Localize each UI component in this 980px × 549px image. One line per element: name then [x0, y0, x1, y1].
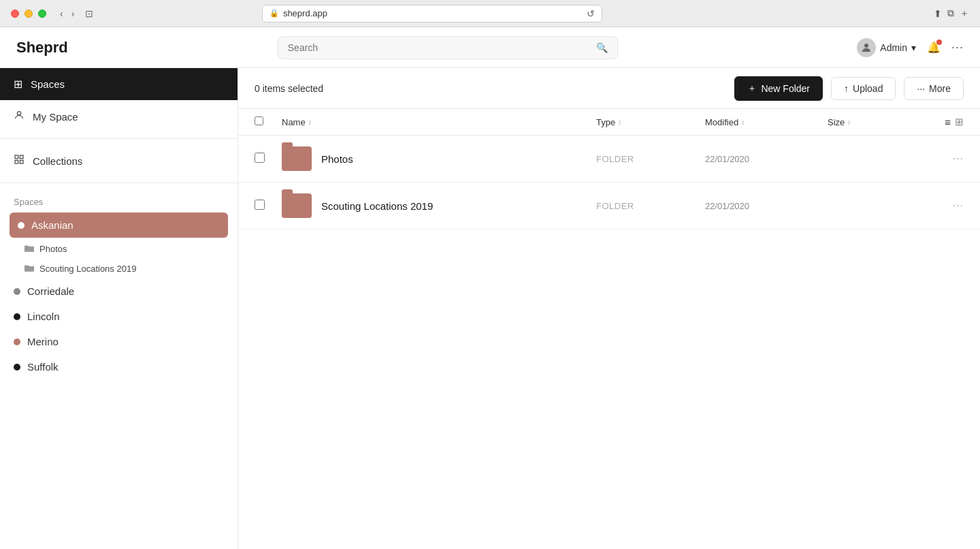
sidebar-folder-photos-label: Photos — [39, 244, 67, 254]
search-input[interactable] — [288, 42, 591, 53]
add-tab-button[interactable]: ＋ — [960, 7, 969, 20]
select-all-checkbox[interactable] — [255, 116, 263, 125]
row-name-scouting: Scouting Locations 2019 — [282, 193, 596, 218]
address-bar: 🔒 sheprd.app ↺ — [262, 5, 602, 22]
column-header-type[interactable]: Type ↕ — [596, 117, 705, 127]
row-actions-scouting: ··· — [909, 200, 964, 212]
myspace-icon — [14, 110, 24, 123]
column-header-actions: ≡ ⊞ — [909, 116, 964, 128]
new-folder-button[interactable]: ＋ New Folder — [734, 76, 823, 101]
new-tab-button[interactable]: ⧉ — [947, 7, 954, 20]
sidebar-space-corriedale[interactable]: Corriedale — [0, 279, 238, 304]
row-checkbox-scouting[interactable] — [255, 200, 265, 210]
corriedale-dot-icon — [14, 288, 20, 295]
svg-rect-5 — [20, 160, 23, 163]
sidebar-divider — [0, 138, 238, 139]
spaces-icon: ⊞ — [14, 78, 22, 91]
user-chevron-icon: ▾ — [911, 42, 916, 53]
folder-thumbnail-photos — [282, 146, 312, 171]
reload-button[interactable]: ↺ — [587, 8, 595, 19]
app: Sheprd 🔍 Admin ▾ 🔔 ··· ⊞ — [0, 27, 980, 549]
minimize-button[interactable] — [24, 10, 33, 18]
sidebar-folder-photos[interactable]: Photos — [0, 239, 238, 259]
suffolk-dot-icon — [14, 364, 20, 371]
column-modified-label: Modified — [705, 117, 738, 127]
name-sort-icon: ↕ — [308, 119, 312, 126]
header-more-button[interactable]: ··· — [951, 40, 964, 54]
user-avatar — [857, 38, 876, 57]
row-modified-scouting: 22/01/2020 — [705, 201, 828, 211]
lincoln-label: Lincoln — [27, 311, 60, 322]
sidebar-space-merino[interactable]: Merino — [0, 329, 238, 354]
selected-count: 0 items selected — [255, 83, 726, 94]
column-header-name[interactable]: Name ↕ — [282, 117, 596, 127]
table-row[interactable]: Photos FOLDER 22/01/2020 ··· — [238, 136, 980, 183]
new-folder-icon: ＋ — [747, 82, 757, 95]
row-type-photos: FOLDER — [596, 154, 705, 164]
forward-button[interactable]: › — [69, 7, 78, 20]
sidebar-item-label-myspace: My Space — [33, 111, 78, 123]
suffolk-label: Suffolk — [27, 361, 59, 373]
svg-rect-2 — [15, 155, 18, 159]
row-checkbox-photos[interactable] — [255, 153, 265, 163]
sidebar-space-lincoln[interactable]: Lincoln — [0, 304, 238, 329]
notification-dot — [936, 40, 942, 45]
notifications-button[interactable]: 🔔 — [927, 41, 941, 54]
content-toolbar: 0 items selected ＋ New Folder ↑ Upload ·… — [238, 68, 980, 109]
share-button[interactable]: ⬆ — [934, 7, 942, 20]
upload-button[interactable]: ↑ Upload — [831, 77, 896, 100]
size-sort-icon: ↕ — [847, 119, 851, 126]
row-actions-photos: ··· — [909, 153, 964, 165]
back-button[interactable]: ‹ — [57, 7, 66, 20]
sidebar-folder-scouting-label: Scouting Locations 2019 — [39, 264, 136, 274]
grid-view-button[interactable]: ⊞ — [955, 116, 964, 128]
sidebar-item-myspace[interactable]: My Space — [0, 100, 238, 133]
askanian-label: Askanian — [31, 219, 74, 231]
close-button[interactable] — [11, 10, 19, 18]
new-folder-label: New Folder — [761, 83, 810, 94]
header-right: Admin ▾ 🔔 ··· — [857, 38, 964, 57]
file-table: Name ↕ Type ↕ Modified ↕ Size ↕ — [238, 109, 980, 549]
user-menu[interactable]: Admin ▾ — [857, 38, 916, 57]
sidebar-space-askanian[interactable]: Askanian — [10, 213, 228, 238]
merino-label: Merino — [27, 336, 59, 347]
column-size-label: Size — [828, 117, 845, 127]
top-header: Sheprd 🔍 Admin ▾ 🔔 ··· — [0, 27, 980, 68]
column-header-modified[interactable]: Modified ↕ — [705, 117, 828, 127]
logo: Sheprd — [16, 39, 152, 57]
list-view-button[interactable]: ≡ — [945, 116, 951, 128]
main-content: ⊞ Spaces My Space Collections Spaces — [0, 68, 980, 549]
upload-label: Upload — [853, 83, 883, 94]
url-text: sheprd.app — [283, 8, 327, 18]
folder-icon-photos — [24, 244, 34, 254]
column-header-size[interactable]: Size ↕ — [828, 117, 909, 127]
window-chrome: ‹ › ⊡ 🔒 sheprd.app ↺ ⬆ ⧉ ＋ — [0, 0, 980, 27]
sidebar-item-label-spaces: Spaces — [31, 78, 65, 90]
content-area: 0 items selected ＋ New Folder ↑ Upload ·… — [238, 68, 980, 549]
search-bar[interactable]: 🔍 — [278, 36, 618, 59]
row-name-photos: Photos — [282, 146, 596, 171]
row-checkbox-cell-photos — [255, 153, 282, 166]
type-sort-icon: ↕ — [618, 119, 621, 126]
row-more-button-photos[interactable]: ··· — [953, 153, 964, 165]
row-type-scouting: FOLDER — [596, 201, 705, 211]
sidebar: ⊞ Spaces My Space Collections Spaces — [0, 68, 238, 549]
sidebar-toggle-button[interactable]: ⊡ — [85, 8, 93, 19]
row-filename-photos: Photos — [321, 153, 353, 165]
sidebar-section-divider — [0, 183, 238, 183]
row-more-button-scouting[interactable]: ··· — [953, 200, 964, 212]
more-button[interactable]: ··· More — [904, 77, 964, 100]
sidebar-item-collections[interactable]: Collections — [0, 144, 238, 177]
lock-icon: 🔒 — [270, 9, 279, 18]
svg-point-0 — [864, 44, 868, 48]
svg-rect-4 — [15, 160, 18, 163]
sidebar-item-spaces[interactable]: ⊞ Spaces — [0, 68, 238, 100]
sidebar-folder-scouting[interactable]: Scouting Locations 2019 — [0, 259, 238, 279]
sidebar-space-suffolk[interactable]: Suffolk — [0, 354, 238, 379]
more-label: More — [929, 83, 951, 94]
table-header: Name ↕ Type ↕ Modified ↕ Size ↕ — [238, 109, 980, 136]
row-modified-photos: 22/01/2020 — [705, 154, 828, 164]
table-row[interactable]: Scouting Locations 2019 FOLDER 22/01/202… — [238, 183, 980, 230]
maximize-button[interactable] — [38, 10, 46, 18]
more-dots-icon: ··· — [917, 83, 925, 94]
